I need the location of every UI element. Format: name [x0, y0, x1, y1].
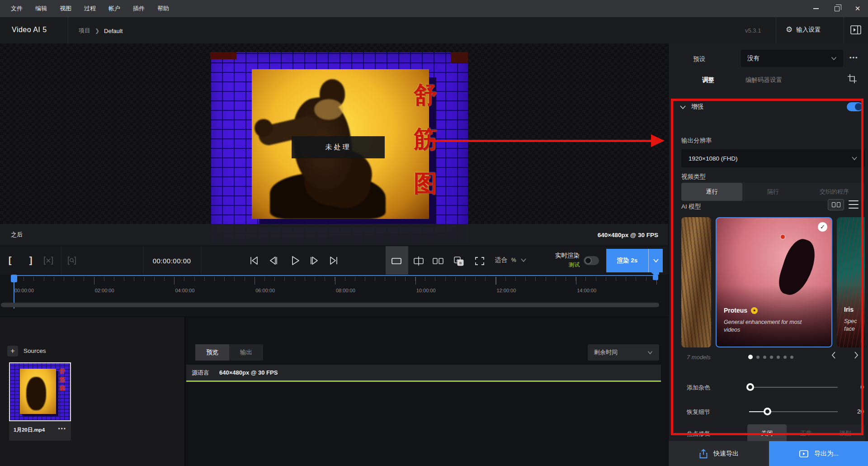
video-type-option[interactable]: 逐行: [681, 183, 742, 201]
add-noise-slider-handle[interactable]: [746, 383, 754, 391]
ab-compare-button[interactable]: A B: [453, 256, 465, 266]
tab-output[interactable]: 输出: [229, 344, 263, 361]
clear-trim-button[interactable]: [42, 255, 54, 266]
skip-to-end-button[interactable]: [328, 255, 340, 266]
video-resolution-info: 640×480px @ 30 FPS: [598, 232, 658, 238]
tab-adjust[interactable]: 调整: [702, 76, 714, 84]
close-button[interactable]: ✕: [847, 0, 868, 17]
input-settings-button[interactable]: ⚙ 输入设置: [786, 25, 821, 34]
menu-bar: 文件编辑视图过程帐户插件帮助 ✕: [0, 0, 868, 17]
video-artifact: [451, 52, 468, 63]
tab-codec-settings[interactable]: 编解码器设置: [745, 76, 782, 84]
sources-title: Sources: [24, 347, 46, 354]
source-card[interactable]: 舒筋图 1月20日.mp4 •••: [9, 362, 71, 441]
render-button-label[interactable]: 渲染 2s: [606, 249, 648, 272]
maximize-restore-button[interactable]: [826, 0, 847, 17]
realtime-render-toggle[interactable]: [584, 256, 599, 265]
export-as-label: 导出为...: [814, 450, 839, 458]
set-out-point-button[interactable]: ]: [25, 255, 36, 266]
gear-icon: ⚙: [786, 25, 793, 34]
timeline-end-marker[interactable]: [653, 275, 658, 280]
chevron-down-icon: [647, 351, 653, 355]
timeline-timestamp: 02:00:00: [95, 288, 175, 293]
focus-repair-option[interactable]: 关闭: [747, 424, 787, 442]
menu-item[interactable]: 视图: [53, 0, 78, 17]
frame-forward-button[interactable]: [308, 255, 320, 266]
render-options-chevron[interactable]: [648, 249, 663, 272]
carousel-dot[interactable]: [770, 356, 773, 359]
carousel-dot[interactable]: [777, 356, 780, 359]
enhance-toggle[interactable]: [847, 102, 863, 111]
enhance-section-title: 增强: [691, 103, 703, 111]
carousel-dot[interactable]: [783, 356, 787, 359]
carousel-dot[interactable]: [763, 356, 766, 359]
breadcrumb-section[interactable]: 项目: [79, 27, 90, 35]
model-card-iris[interactable]: Iris Spec face: [837, 217, 865, 347]
play-button[interactable]: [288, 254, 301, 267]
source-language-row[interactable]: 源语言 640×480px @ 30 FPS: [186, 365, 661, 382]
single-view-button[interactable]: [391, 257, 402, 265]
carousel-dot[interactable]: [756, 356, 760, 359]
panel-toggle-button[interactable]: [850, 25, 862, 35]
model-card-proteus[interactable]: ✓ Proteus ★ General enhancement for most…: [716, 217, 832, 347]
add-noise-slider-track[interactable]: [749, 387, 838, 388]
quick-export-label: 快速导出: [713, 450, 739, 458]
menu-item[interactable]: 插件: [127, 0, 151, 17]
zoom-tool-icon[interactable]: [66, 255, 78, 266]
fit-label: 适合: [495, 256, 507, 264]
restore-icon: [835, 6, 840, 11]
recover-detail-label: 恢复细节: [687, 408, 710, 416]
video-calligraphy-char: 舒: [414, 83, 442, 106]
carousel-prev-button[interactable]: [830, 351, 837, 359]
menu-item[interactable]: 帐户: [102, 0, 127, 17]
list-view-button[interactable]: [849, 200, 859, 209]
preset-more-button[interactable]: •••: [849, 54, 859, 61]
timeline-timestamp: 12:00:00: [497, 288, 577, 293]
menu-item[interactable]: 过程: [78, 0, 102, 17]
chevron-right-icon: [853, 351, 859, 359]
ab-compare-icon: A B: [453, 256, 465, 266]
video-type-option[interactable]: 隔行: [742, 183, 803, 201]
minimize-button[interactable]: [806, 0, 826, 17]
breadcrumb-current[interactable]: Default: [104, 28, 123, 34]
fullscreen-button[interactable]: [474, 256, 486, 266]
focus-repair-option[interactable]: 正常: [787, 424, 826, 442]
menu-item[interactable]: 文件: [5, 0, 29, 17]
side-by-side-view-button[interactable]: [432, 257, 444, 265]
source-thumbnail[interactable]: 舒筋图: [9, 362, 71, 421]
model-card-previous[interactable]: [681, 217, 711, 347]
recover-detail-slider-handle[interactable]: [764, 408, 771, 415]
enhance-collapse-chevron[interactable]: [679, 103, 686, 111]
preset-label: 预设: [693, 55, 705, 63]
crop-button[interactable]: [847, 73, 858, 84]
export-play-icon: [799, 449, 809, 458]
carousel-dot[interactable]: [748, 355, 753, 359]
skip-to-start-button[interactable]: [248, 255, 259, 266]
card-view-button[interactable]: [828, 199, 844, 210]
quick-export-button[interactable]: 快速导出: [669, 441, 769, 466]
add-source-button[interactable]: +: [7, 346, 18, 357]
window-controls: ✕: [806, 0, 868, 17]
menu-item[interactable]: 帮助: [151, 0, 175, 17]
carousel-dot[interactable]: [790, 356, 793, 359]
carousel-next-button[interactable]: [853, 351, 859, 359]
frame-back-button[interactable]: [268, 255, 279, 266]
timeline-scrollbar[interactable]: [1, 303, 659, 307]
thumbnail-statue: [26, 377, 46, 410]
set-in-point-button[interactable]: [: [5, 255, 15, 266]
thumbnail-picture: [20, 369, 56, 414]
output-resolution-dropdown[interactable]: 1920×1080 (FHD): [681, 149, 865, 167]
render-button[interactable]: 渲染 2s: [606, 249, 663, 272]
timeline[interactable]: 00:00:0002:00:0004:00:0006:00:0008:00:00…: [0, 275, 668, 317]
split-view-button[interactable]: [413, 256, 425, 266]
source-more-button[interactable]: •••: [58, 426, 66, 432]
zoom-fit-dropdown[interactable]: 适合 %: [495, 256, 527, 264]
menu-item[interactable]: 编辑: [29, 0, 53, 17]
thumbnail-calligraphy: 舒筋图: [60, 367, 66, 393]
tab-preview[interactable]: 预览: [195, 344, 229, 361]
preset-dropdown[interactable]: 没有: [741, 50, 843, 67]
remaining-time-dropdown[interactable]: 剩余时间: [588, 344, 659, 361]
focus-repair-option[interactable]: 强烈: [826, 424, 865, 442]
export-as-button[interactable]: 导出为...: [769, 441, 868, 466]
video-type-option[interactable]: 交织的程序: [804, 183, 865, 201]
